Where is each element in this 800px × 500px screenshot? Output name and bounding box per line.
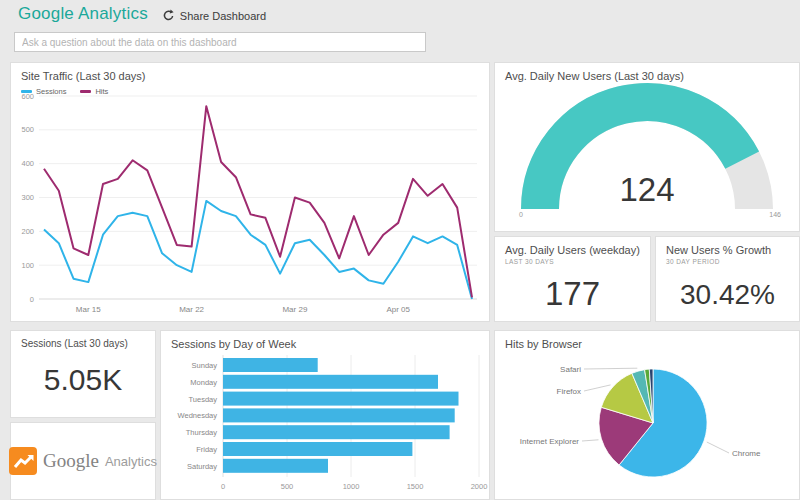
svg-text:2000: 2000 bbox=[471, 482, 488, 491]
analytics-zigzag-icon bbox=[9, 447, 37, 475]
tile-new-users-growth[interactable]: New Users % Growth 30 DAY PERIOD 30.42% bbox=[655, 236, 800, 322]
tile-sessions-by-day[interactable]: Sessions by Day of Week 0500100015002000… bbox=[160, 330, 490, 500]
svg-text:300: 300 bbox=[21, 193, 34, 202]
kpi-users-value: 177 bbox=[495, 275, 650, 313]
tile-google-analytics-logo[interactable]: Google Analytics bbox=[10, 422, 156, 500]
svg-text:400: 400 bbox=[21, 159, 34, 168]
svg-text:Mar 22: Mar 22 bbox=[179, 305, 204, 314]
svg-text:Friday: Friday bbox=[196, 445, 217, 454]
svg-text:Thursday: Thursday bbox=[186, 428, 218, 437]
qna-search-input[interactable] bbox=[14, 32, 426, 52]
svg-text:Mar 15: Mar 15 bbox=[76, 305, 101, 314]
svg-text:Internet Explorer: Internet Explorer bbox=[520, 437, 579, 446]
tile-hits-by-browser[interactable]: Hits by Browser ChromeInternet ExplorerF… bbox=[494, 330, 800, 500]
svg-text:100: 100 bbox=[21, 261, 34, 270]
svg-text:1500: 1500 bbox=[407, 482, 424, 491]
google-analytics-logo: Google Analytics bbox=[11, 447, 155, 475]
svg-text:Saturday: Saturday bbox=[187, 462, 217, 471]
tile-avg-daily-users[interactable]: Avg. Daily Users (weekday) LAST 30 DAYS … bbox=[494, 236, 651, 322]
svg-text:Wednesday: Wednesday bbox=[178, 411, 218, 420]
gauge-min-label: 0 bbox=[519, 211, 523, 218]
kpi-growth-subtitle: 30 DAY PERIOD bbox=[666, 258, 720, 265]
svg-text:600: 600 bbox=[21, 92, 34, 101]
tile-avg-daily-new-users[interactable]: Avg. Daily New Users (Last 30 days) 124 … bbox=[494, 62, 800, 232]
svg-text:200: 200 bbox=[21, 227, 34, 236]
gauge-max-label: 146 bbox=[769, 211, 781, 218]
kpi-users-subtitle: LAST 30 DAYS bbox=[505, 258, 554, 265]
sessions-total-value: 5.05K bbox=[11, 363, 155, 397]
kpi-growth-value: 30.42% bbox=[656, 279, 799, 311]
svg-text:0: 0 bbox=[30, 295, 34, 304]
svg-text:500: 500 bbox=[281, 482, 294, 491]
svg-text:Sunday: Sunday bbox=[192, 361, 218, 370]
svg-text:Monday: Monday bbox=[190, 378, 217, 387]
sessions-bar-chart: 0500100015002000SundayMondayTuesdayWedne… bbox=[161, 331, 489, 499]
browser-pie-chart: ChromeInternet ExplorerFirefoxSafari bbox=[495, 331, 799, 499]
svg-text:Firefox: Firefox bbox=[557, 387, 581, 396]
kpi-growth-title: New Users % Growth bbox=[666, 244, 771, 256]
svg-text:Mar 29: Mar 29 bbox=[282, 305, 307, 314]
svg-text:500: 500 bbox=[21, 125, 34, 134]
logo-product-text: Analytics bbox=[105, 454, 157, 469]
tile-sessions-total[interactable]: Sessions (Last 30 days) 5.05K bbox=[10, 330, 156, 418]
svg-text:Tuesday: Tuesday bbox=[189, 395, 218, 404]
dashboard-header: Google Analytics Share Dashboard bbox=[18, 4, 266, 24]
sessions-total-title: Sessions (Last 30 days) bbox=[21, 338, 128, 349]
svg-text:Safari: Safari bbox=[560, 365, 581, 374]
share-dashboard-label: Share Dashboard bbox=[180, 10, 266, 22]
share-dashboard-button[interactable]: Share Dashboard bbox=[162, 9, 266, 22]
svg-text:1000: 1000 bbox=[343, 482, 360, 491]
site-traffic-line-chart: 0100200300400500600Mar 15Mar 22Mar 29Apr… bbox=[11, 63, 489, 321]
gauge-value: 124 bbox=[495, 171, 799, 209]
page-title: Google Analytics bbox=[18, 4, 148, 24]
tile-site-traffic[interactable]: Site Traffic (Last 30 days) Sessions Hit… bbox=[10, 62, 490, 322]
logo-brand-text: Google bbox=[43, 450, 99, 472]
kpi-users-title: Avg. Daily Users (weekday) bbox=[505, 244, 640, 256]
svg-text:Apr 05: Apr 05 bbox=[386, 305, 410, 314]
refresh-icon bbox=[162, 9, 175, 22]
svg-text:0: 0 bbox=[221, 482, 225, 491]
svg-text:Chrome: Chrome bbox=[732, 449, 761, 458]
